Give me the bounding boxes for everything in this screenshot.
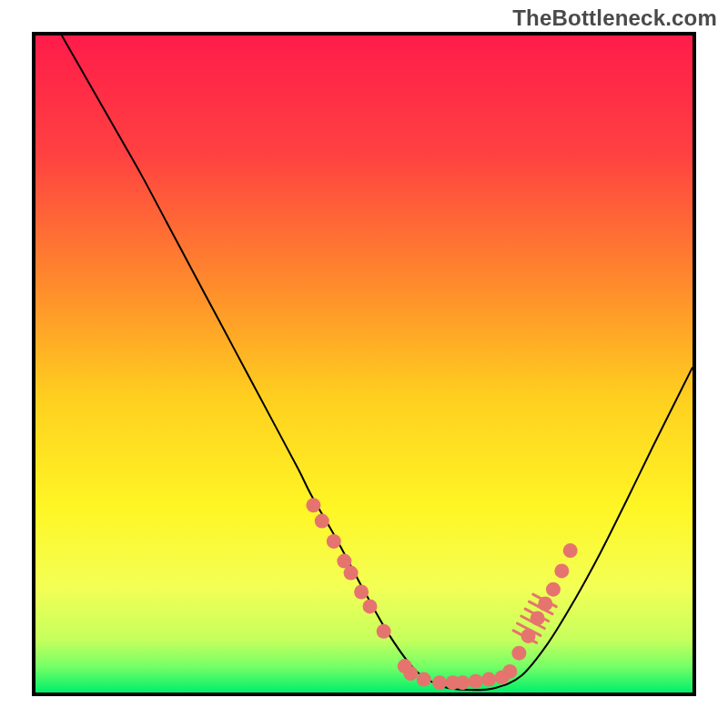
chart-svg <box>35 35 693 693</box>
trough-marker <box>344 566 359 581</box>
trough-marker <box>306 498 320 512</box>
trough-marker <box>469 674 483 689</box>
trough-marker <box>531 611 545 625</box>
trough-marker <box>546 582 561 597</box>
trough-marker <box>455 675 470 690</box>
trough-marker <box>354 585 369 600</box>
trough-marker <box>521 629 536 643</box>
trough-marker <box>538 597 552 612</box>
trough-marker <box>432 675 447 690</box>
trough-marker <box>554 563 569 578</box>
trough-marker <box>403 666 418 681</box>
figure: TheBottleneck.com <box>0 0 728 728</box>
trough-marker <box>315 514 329 529</box>
plot-area <box>32 32 696 696</box>
trough-marker <box>417 672 431 687</box>
trough-marker <box>377 624 391 639</box>
watermark-text: TheBottleneck.com <box>512 5 717 31</box>
trough-marker <box>563 543 578 558</box>
trough-marker <box>327 534 341 549</box>
trough-marker <box>481 672 496 687</box>
trough-marker <box>502 664 517 679</box>
trough-marker <box>511 646 526 661</box>
trough-marker <box>363 599 378 613</box>
